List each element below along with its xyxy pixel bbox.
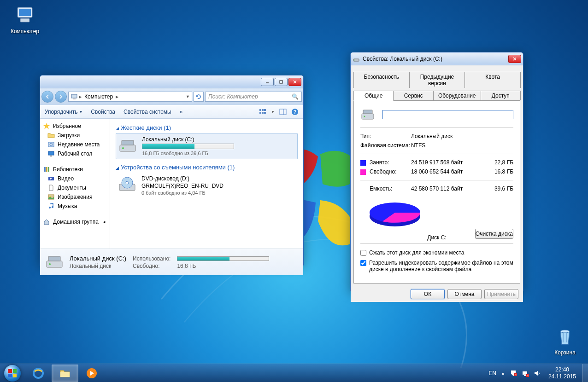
disk-usage-pie-chart xyxy=(360,198,429,230)
capacity-label: Емкость: xyxy=(360,185,411,192)
tray-language[interactable]: EN xyxy=(488,370,496,376)
svg-rect-25 xyxy=(50,156,52,156)
search-placeholder: Поиск: Компьютер xyxy=(208,93,258,100)
desktop-icon-recycle[interactable]: Корзина xyxy=(547,325,583,356)
breadcrumb-arrow-icon[interactable]: ▶ xyxy=(78,95,82,99)
volume-icon[interactable] xyxy=(534,370,541,377)
media-player-icon xyxy=(85,367,98,380)
svg-rect-12 xyxy=(259,109,261,111)
used-bytes: 24 519 917 568 байт xyxy=(411,159,486,166)
desktop-icon-label: Компьютер xyxy=(6,28,43,35)
disk-cleanup-button[interactable]: Очистка диска xyxy=(475,229,513,239)
details-used-label: Использовано: xyxy=(133,255,171,262)
nav-homegroup[interactable]: Домашняя группа◄ xyxy=(40,217,110,226)
preview-pane-icon[interactable] xyxy=(279,108,287,116)
breadcrumb-arrow-icon[interactable]: ▶ xyxy=(115,95,119,99)
used-label: Занято: xyxy=(370,159,389,166)
help-icon[interactable]: ? xyxy=(291,108,299,116)
tray-clock[interactable]: 22:40 24.11.2015 xyxy=(546,366,579,380)
view-mode-icon[interactable] xyxy=(259,108,266,116)
chevron-icon: ◄ xyxy=(102,220,106,224)
start-button[interactable] xyxy=(0,364,25,382)
refresh-button[interactable] xyxy=(194,92,204,102)
apply-button[interactable]: Применить xyxy=(484,289,518,299)
free-color-swatch xyxy=(360,169,366,175)
taskbar-ie[interactable] xyxy=(25,365,52,382)
svg-rect-52 xyxy=(8,369,12,373)
cancel-button[interactable]: Отмена xyxy=(447,289,482,299)
drive-c-free: 16,8 ГБ свободно из 39,6 ГБ xyxy=(142,150,295,156)
svg-rect-57 xyxy=(60,372,70,377)
props-title: Свойства: Локальный диск (C:) xyxy=(363,56,508,62)
nav-back-button[interactable] xyxy=(41,91,53,103)
minimize-button[interactable] xyxy=(261,78,274,86)
desktop-icon-computer[interactable]: Компьютер xyxy=(6,4,43,35)
tray-show-hidden-icon[interactable]: ▲ xyxy=(501,371,505,376)
toolbar-organize[interactable]: Упорядочить ▼ xyxy=(45,109,82,115)
tab-hardware[interactable]: Оборудование xyxy=(433,91,481,100)
dvd-drive-icon xyxy=(118,176,137,195)
tab-service[interactable]: Сервис xyxy=(393,91,433,100)
maximize-button[interactable] xyxy=(275,78,288,86)
music-icon xyxy=(47,203,55,210)
svg-rect-14 xyxy=(264,109,266,111)
nav-music[interactable]: Музыка xyxy=(40,202,110,211)
nav-downloads[interactable]: Загрузки xyxy=(40,131,110,140)
breadcrumb[interactable]: ▶ Компьютер ▶ ▼ xyxy=(68,92,192,102)
nav-pane: Избранное Загрузки Недавние места Рабочи… xyxy=(40,119,110,249)
breadcrumb-dropdown-icon[interactable]: ▼ xyxy=(186,94,190,99)
close-button[interactable] xyxy=(508,55,521,63)
taskbar-media-player[interactable] xyxy=(78,365,105,382)
ok-button[interactable]: ОК xyxy=(411,289,445,299)
search-icon: 🔍 xyxy=(292,93,299,100)
svg-rect-27 xyxy=(46,167,47,172)
recent-icon xyxy=(47,141,55,148)
nav-forward-button[interactable] xyxy=(55,91,67,103)
tab-general[interactable]: Общие xyxy=(353,91,394,101)
taskbar-explorer[interactable] xyxy=(52,365,78,382)
breadcrumb-computer[interactable]: Компьютер xyxy=(82,93,115,100)
svg-text:✕: ✕ xyxy=(514,373,517,376)
nav-libraries[interactable]: Библиотеки xyxy=(40,165,110,174)
action-center-icon[interactable]: ✕ xyxy=(510,370,517,377)
drive-c-item[interactable]: Локальный диск (C:) 16,8 ГБ свободно из … xyxy=(116,133,298,159)
svg-rect-47 xyxy=(362,114,374,119)
compress-checkbox-row[interactable]: Сжать этот диск для экономии места xyxy=(360,248,513,258)
free-bytes: 18 060 652 544 байт xyxy=(411,168,486,175)
explorer-titlebar[interactable] xyxy=(40,75,303,88)
nav-video[interactable]: Видео xyxy=(40,174,110,183)
index-checkbox-row[interactable]: Разрешить индексировать содержимое файло… xyxy=(360,258,513,274)
svg-rect-18 xyxy=(280,109,286,115)
nav-desktop[interactable]: Рабочий стол xyxy=(40,149,110,158)
tab-security[interactable]: Безопасность xyxy=(353,72,410,88)
used-gb: 22,8 ГБ xyxy=(486,159,513,166)
windows-logo-icon xyxy=(7,368,18,378)
show-desktop-button[interactable] xyxy=(582,364,588,382)
group-hard-drives[interactable]: ◢Жесткие диски (1) xyxy=(116,122,298,133)
nav-pictures[interactable]: Изображения xyxy=(40,192,110,202)
tab-quota[interactable]: Квота xyxy=(465,72,521,88)
svg-text:?: ? xyxy=(294,109,297,115)
search-input[interactable]: Поиск: Компьютер 🔍 xyxy=(205,92,302,102)
compress-checkbox[interactable] xyxy=(360,250,366,256)
tab-previous-versions[interactable]: Предыдущие версии xyxy=(409,72,465,88)
svg-rect-1 xyxy=(19,9,31,16)
index-checkbox[interactable] xyxy=(360,260,366,266)
nav-recent[interactable]: Недавние места xyxy=(40,140,110,149)
drive-d-item[interactable]: DVD-дисковод (D:) GRMCULF(X)REO_EN-RU_DV… xyxy=(116,173,298,198)
network-icon[interactable]: ✕ xyxy=(522,370,529,377)
tab-sharing[interactable]: Доступ xyxy=(481,91,521,100)
props-titlebar[interactable]: Свойства: Локальный диск (C:) xyxy=(351,52,523,65)
close-button[interactable] xyxy=(288,78,301,86)
folder-icon xyxy=(59,367,71,380)
chevron-down-icon[interactable]: ▼ xyxy=(271,110,275,114)
nav-favorites[interactable]: Избранное xyxy=(40,122,110,131)
details-title: Локальный диск (C:) xyxy=(70,255,126,262)
toolbar-overflow[interactable]: » xyxy=(180,109,183,115)
nav-documents[interactable]: Документы xyxy=(40,183,110,192)
toolbar-system-properties[interactable]: Свойства системы xyxy=(123,109,171,115)
disk-name-input[interactable] xyxy=(382,110,513,119)
group-removable[interactable]: ◢Устройства со съемными носителями (1) xyxy=(116,162,298,173)
toolbar-properties[interactable]: Свойства xyxy=(91,109,115,115)
star-icon xyxy=(43,122,50,130)
